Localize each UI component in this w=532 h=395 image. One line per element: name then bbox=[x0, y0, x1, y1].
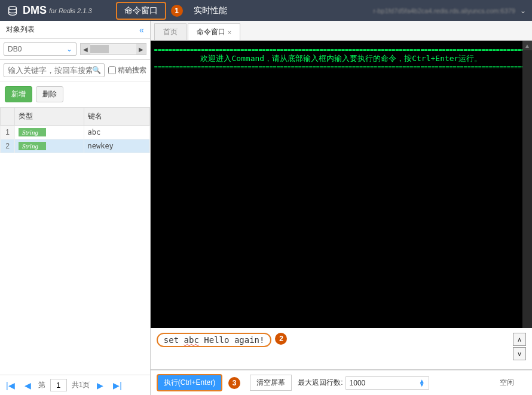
key-hscroll[interactable]: ◀ ▶ bbox=[80, 43, 146, 55]
exact-search-checkbox[interactable]: 精确搜索 bbox=[108, 65, 146, 75]
tab-home-label: 首页 bbox=[163, 27, 178, 37]
execute-button[interactable]: 执行(Ctrl+Enter) bbox=[157, 374, 222, 391]
page-last-icon[interactable]: ▶| bbox=[111, 381, 124, 390]
bottom-toolbar: 执行(Ctrl+Enter) 3 清空屏幕 最大返回行数: 1000 ▲▼ 空闲 bbox=[151, 370, 532, 395]
page-input[interactable] bbox=[50, 379, 67, 391]
sidebar-title: 对象列表 bbox=[6, 25, 35, 35]
tab-command[interactable]: 命令窗口 × bbox=[188, 23, 240, 40]
sidebar: 对象列表 « DB0 ⌄ ◀ ▶ 🔍 精确搜索 新增 bbox=[0, 21, 151, 395]
callout-badge-1: 1 bbox=[171, 5, 183, 17]
row-num: 2 bbox=[1, 139, 15, 153]
cloud-db-icon bbox=[6, 4, 19, 17]
object-table: 类型 键名 1 String abc 2 String newkey bbox=[0, 107, 150, 153]
scroll-up-icon[interactable]: ▲ bbox=[522, 41, 532, 50]
app-header: DMS for Redis 2.1.3 命令窗口 1 实时性能 r-bp1fd7… bbox=[0, 0, 532, 21]
key-name: abc bbox=[84, 126, 149, 139]
content-area: 首页 命令窗口 × ==============================… bbox=[151, 21, 532, 395]
table-row[interactable]: 1 String abc bbox=[1, 126, 150, 139]
col-keyname: 键名 bbox=[84, 108, 149, 126]
terminal-scrollbar[interactable]: ▲ bbox=[522, 41, 532, 328]
chevron-down-icon[interactable]: ⌄ bbox=[520, 7, 526, 15]
type-tag: String bbox=[19, 128, 46, 136]
col-rownum bbox=[1, 108, 15, 126]
search-icon[interactable]: 🔍 bbox=[92, 66, 101, 74]
page-total: 共1页 bbox=[72, 380, 90, 390]
tab-command-label: 命令窗口 bbox=[197, 27, 225, 37]
status-text: 空闲 bbox=[500, 378, 526, 388]
terminal-ruler: ========================================… bbox=[154, 47, 528, 53]
exact-search-label: 精确搜索 bbox=[118, 65, 146, 75]
history-down-icon[interactable]: ∨ bbox=[513, 347, 526, 360]
page-prev-icon[interactable]: ◀ bbox=[22, 381, 33, 390]
table-row[interactable]: 2 String newkey bbox=[1, 139, 150, 153]
command-input-area: set abc Hello again! 2 ∧ ∨ bbox=[151, 328, 532, 370]
page-next-icon[interactable]: ▶ bbox=[94, 381, 106, 390]
collapse-icon[interactable]: « bbox=[139, 25, 144, 35]
app-name: DMS bbox=[23, 4, 47, 17]
key-name: newkey bbox=[84, 139, 149, 153]
max-lines-label: 最大返回行数: bbox=[298, 378, 343, 388]
terminal-welcome: 欢迎进入Command，请从底部输入框内输入要执行的命令，按Ctrl+Enter… bbox=[154, 53, 528, 64]
tab-home[interactable]: 首页 bbox=[154, 23, 186, 40]
cmd-keyword: set bbox=[164, 335, 179, 345]
pagination: |◀ ◀ 第 共1页 ▶ ▶| bbox=[0, 375, 150, 395]
scroll-left-icon[interactable]: ◀ bbox=[81, 44, 90, 54]
page-prefix: 第 bbox=[38, 380, 45, 390]
col-type: 类型 bbox=[15, 108, 84, 126]
spinner-icon[interactable]: ▲▼ bbox=[419, 379, 425, 387]
add-button[interactable]: 新增 bbox=[5, 86, 32, 102]
db-select[interactable]: DB0 ⌄ bbox=[4, 42, 77, 56]
page-first-icon[interactable]: |◀ bbox=[4, 381, 17, 390]
max-lines-value: 1000 bbox=[350, 379, 366, 387]
cmd-value: Hello again! bbox=[204, 335, 264, 345]
callout-badge-3: 3 bbox=[228, 377, 240, 389]
type-tag: String bbox=[19, 142, 46, 150]
exact-search-input[interactable] bbox=[108, 66, 116, 74]
command-input[interactable]: set abc Hello again! bbox=[157, 333, 272, 347]
max-lines-input[interactable]: 1000 ▲▼ bbox=[346, 376, 429, 390]
cmd-key: abc bbox=[184, 335, 199, 345]
tab-bar: 首页 命令窗口 × bbox=[151, 21, 532, 41]
chevron-down-icon: ⌄ bbox=[66, 45, 72, 53]
scroll-right-icon[interactable]: ▶ bbox=[136, 44, 146, 54]
search-input[interactable] bbox=[4, 63, 105, 77]
clear-screen-button[interactable]: 清空屏幕 bbox=[250, 375, 292, 391]
delete-button[interactable]: 删除 bbox=[36, 86, 63, 102]
callout-badge-2: 2 bbox=[275, 333, 287, 345]
nav-command-window[interactable]: 命令窗口 bbox=[116, 2, 166, 20]
history-up-icon[interactable]: ∧ bbox=[513, 333, 526, 346]
close-icon[interactable]: × bbox=[228, 29, 231, 36]
db-select-value: DB0 bbox=[8, 45, 22, 53]
nav-realtime-perf[interactable]: 实时性能 bbox=[186, 3, 234, 19]
row-num: 1 bbox=[1, 126, 15, 139]
connection-string: r-bp1fd7d5fa4b2ca4.redis.rds.aliyuncs.co… bbox=[373, 7, 515, 14]
terminal-ruler: ========================================… bbox=[154, 64, 528, 71]
svg-point-0 bbox=[9, 6, 17, 10]
terminal[interactable]: ========================================… bbox=[151, 41, 532, 328]
app-version: for Redis 2.1.3 bbox=[49, 7, 92, 14]
